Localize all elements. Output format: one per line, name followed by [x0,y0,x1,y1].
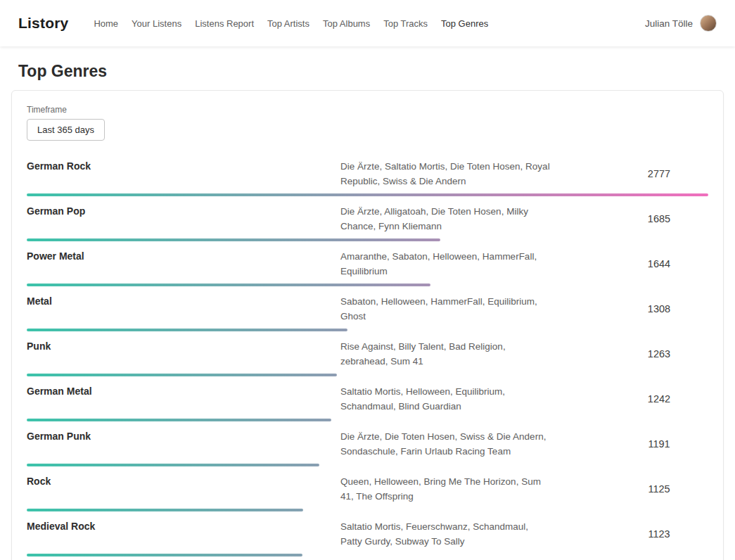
genre-bar-track [27,238,708,241]
genre-artists: Die Ärzte, Saltatio Mortis, Die Toten Ho… [340,159,551,189]
genre-list: German Rock Die Ärzte, Saltatio Mortis, … [27,159,708,560]
genre-artists: Rise Against, Billy Talent, Bad Religion… [340,339,551,369]
genre-name: Metal [27,294,340,307]
genre-count: 1308 [610,303,708,314]
genre-count: 2777 [610,168,708,179]
genre-bar [27,509,303,511]
genre-bar [27,284,430,286]
genre-bar-track [27,284,708,286]
genre-bar-track [27,464,708,466]
genre-bar-track [27,554,708,556]
genre-row: Medieval Rock Saltatio Mortis, Feuerschw… [27,519,708,556]
genre-artists: Queen, Helloween, Bring Me The Horizon, … [340,474,551,504]
user-avatar[interactable] [700,15,717,32]
genre-bar [27,238,440,241]
genre-count: 1125 [610,483,708,495]
page-title: Top Genres [18,62,735,81]
genre-row: Power Metal Amaranthe, Sabaton, Hellowee… [27,249,708,286]
genre-name: Rock [27,474,340,487]
genre-artists: Saltatio Mortis, Helloween, Equilibrium,… [340,384,551,414]
genre-name: German Punk [27,429,340,442]
main-nav: Home Your Listens Listens Report Top Art… [94,18,488,29]
genre-row: German Rock Die Ärzte, Saltatio Mortis, … [27,159,708,196]
genre-row: Rock Queen, Helloween, Bring Me The Hori… [27,474,708,511]
genre-bar-track [27,374,708,376]
user-name[interactable]: Julian Tölle [645,18,693,29]
genre-bar-track [27,329,708,331]
genre-count: 1685 [610,213,708,224]
timeframe-select[interactable]: Last 365 days [27,119,105,141]
genre-bar [27,193,708,196]
genre-artists: Sabaton, Helloween, HammerFall, Equilibr… [340,294,551,324]
nav-item-your-listens[interactable]: Your Listens [132,18,181,29]
genre-artists: Die Ärzte, Die Toten Hosen, Swiss & Die … [340,429,551,459]
nav-item-top-albums[interactable]: Top Albums [323,18,370,29]
genre-name: German Rock [27,159,340,172]
genre-name: German Pop [27,204,340,217]
nav-item-home[interactable]: Home [94,18,118,29]
genre-count: 1191 [610,438,708,450]
genre-bar-track [27,193,708,196]
genre-row: Punk Rise Against, Billy Talent, Bad Rel… [27,339,708,376]
genre-row: German Metal Saltatio Mortis, Helloween,… [27,384,708,421]
genre-bar [27,419,331,421]
user-area: Julian Tölle [645,15,717,32]
genre-bar [27,374,337,376]
genre-bar [27,554,302,556]
timeframe-label: Timeframe [27,105,708,115]
genre-row: Metal Sabaton, Helloween, HammerFall, Eq… [27,294,708,331]
genre-bar [27,464,319,466]
nav-item-top-tracks[interactable]: Top Tracks [383,18,428,29]
genre-count: 1263 [610,348,708,359]
genre-count: 1242 [610,393,708,405]
genre-name: Power Metal [27,249,340,262]
genre-artists: Saltatio Mortis, Feuerschwanz, Schandmau… [340,519,551,549]
genre-name: Medieval Rock [27,519,340,532]
app-bar: Listory Home Your Listens Listens Report… [0,0,735,46]
genre-artists: Die Ärzte, Alligatoah, Die Toten Hosen, … [340,204,551,234]
app-logo[interactable]: Listory [18,15,68,32]
nav-item-top-artists[interactable]: Top Artists [267,18,309,29]
genre-bar-track [27,509,708,511]
nav-item-listens-report[interactable]: Listens Report [195,18,254,29]
genre-bar-track [27,419,708,421]
genre-artists: Amaranthe, Sabaton, Helloween, HammerFal… [340,249,551,279]
genre-name: Punk [27,339,340,352]
genre-row: German Punk Die Ärzte, Die Toten Hosen, … [27,429,708,466]
nav-item-top-genres[interactable]: Top Genres [441,18,488,29]
top-genres-card: Timeframe Last 365 days German Rock Die … [11,90,724,560]
genre-bar [27,329,347,331]
genre-row: German Pop Die Ärzte, Alligatoah, Die To… [27,204,708,241]
genre-count: 1123 [610,528,708,540]
genre-count: 1644 [610,258,708,269]
genre-name: German Metal [27,384,340,397]
